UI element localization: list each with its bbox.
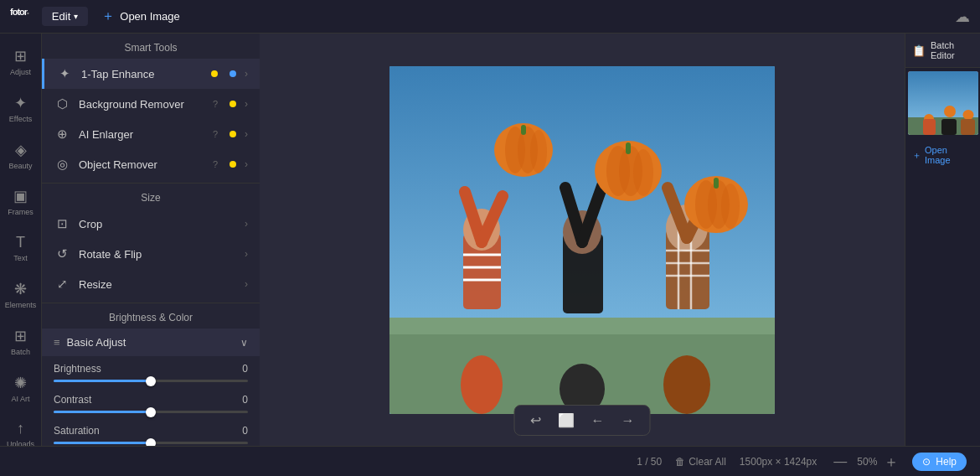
tool-object-remover[interactable]: ◎ Object Remover ? › [42,149,260,179]
tool-rotate-flip[interactable]: ↺ Rotate & Flip › [42,239,260,269]
brightness-slider-row: Brightness 0 [54,363,248,382]
bottom-toolbar: ↩ ⬜ ← → [514,405,651,436]
chevron-right-icon-enhance: › [245,68,248,80]
svg-point-35 [633,149,653,196]
zoom-in-button[interactable]: ＋ [884,452,899,472]
sidebar-item-batch[interactable]: ⊞ Batch [3,320,39,364]
saturation-thumb[interactable] [146,438,156,447]
ai-art-icon: ✺ [14,374,27,392]
undo-button[interactable]: ↩ [524,409,548,432]
tool-badge-ai [230,131,236,137]
frame-button[interactable]: ⬜ [551,409,581,432]
help-button[interactable]: ⊙ Help [912,453,967,471]
svg-point-4 [461,355,503,414]
rotate-icon: ↺ [54,246,70,261]
tool-crop[interactable]: ⊡ Crop › [42,209,260,239]
brightness-thumb[interactable] [146,376,156,386]
saturation-fill [54,442,151,444]
sidebar-item-ai-art[interactable]: ✺ AI Art [3,367,39,411]
text-icon: T [16,234,25,251]
batch-editor-icon: 📋 [912,44,926,57]
chevron-right-icon-crop: › [245,218,248,230]
enhance-icon: ✦ [56,66,73,81]
tool-background-remover[interactable]: ⬡ Background Remover ? › [42,89,260,119]
smart-tools-header: Smart Tools [42,34,260,59]
chevron-right-icon-rotate: › [245,248,248,260]
prev-button[interactable]: ← [585,410,611,432]
plus-icon: ＋ [101,8,115,25]
photo-svg [389,66,775,414]
sidebar-item-adjust[interactable]: ⊞ Adjust [3,40,39,84]
adjust-lines-icon: ≡ [54,336,60,349]
svg-point-46 [962,110,973,120]
status-bar: 1 / 50 🗑 Clear All 1500px × 1424px — 50%… [0,446,980,476]
svg-rect-3 [389,318,775,334]
uploads-icon: ↑ [17,420,24,437]
help-icon-ai: ? [213,129,218,139]
edit-button[interactable]: Edit ▾ [42,7,88,26]
sidebar-item-elements[interactable]: ❋ Elements [3,273,39,317]
sliders-section: Brightness 0 Contrast 0 [42,356,260,446]
tools-panel: Smart Tools ✦ 1-Tap Enhance › ⬡ Backgrou… [42,34,260,446]
contrast-slider[interactable] [54,411,248,413]
resize-icon: ⤢ [54,277,70,292]
ai-enlarger-icon: ⊕ [54,127,70,142]
effects-icon: ✦ [14,94,27,112]
svg-rect-41 [714,178,719,189]
brightness-slider[interactable] [54,380,248,382]
svg-rect-31 [521,125,526,135]
batch-thumbnail [908,71,978,135]
contrast-thumb[interactable] [146,407,156,417]
svg-point-30 [530,130,547,173]
batch-editor-header[interactable]: 📋 Batch Editor [905,34,980,68]
image-dimensions: 1500px × 1424px [740,456,817,468]
plus-icon-right: ＋ [912,149,921,162]
tool-badge-bg [230,101,236,107]
canvas-image [389,66,775,414]
chevron-right-icon-ai: › [245,128,248,140]
clear-all-button[interactable]: 🗑 Clear All [675,456,726,468]
bg-remover-icon: ⬡ [54,96,70,111]
canvas-area: ↩ ⬜ ← → › [260,34,905,446]
chevron-right-icon-resize: › [245,278,248,290]
tool-ai-enlarger[interactable]: ⊕ AI Enlarger ? › [42,119,260,149]
help-icon-bg: ? [213,99,218,109]
zoom-value: 50% [857,456,877,468]
object-remover-icon: ◎ [54,157,70,172]
saturation-slider[interactable] [54,442,248,444]
svg-point-13 [663,355,710,414]
basic-adjust-label: ≡ Basic Adjust [54,336,126,349]
tool-1tap-enhance[interactable]: ✦ 1-Tap Enhance › [42,59,260,89]
size-header: Size [42,183,260,209]
contrast-fill [54,411,151,413]
clear-icon: 🗑 [675,456,685,468]
batch-icon: ⊞ [14,327,27,345]
brightness-fill [54,380,151,382]
beauty-icon: ◈ [15,141,27,159]
svg-rect-49 [961,119,975,135]
zoom-out-button[interactable]: — [830,453,850,471]
tool-resize[interactable]: ⤢ Resize › [42,269,260,299]
svg-rect-48 [941,119,957,135]
svg-point-45 [944,106,956,117]
svg-point-40 [721,184,740,229]
elements-icon: ❋ [14,280,27,298]
chevron-right-icon-obj: › [245,158,248,170]
open-image-right-button[interactable]: ＋ Open Image [905,138,980,172]
sidebar-item-uploads[interactable]: ↑ Uploads [3,413,39,446]
crop-icon: ⊡ [54,216,70,231]
icon-sidebar: ⊞ Adjust ✦ Effects ◈ Beauty ▣ Frames T T… [0,34,42,446]
sidebar-item-beauty[interactable]: ◈ Beauty [3,134,39,178]
chevron-down-icon: ▾ [74,12,78,21]
frames-icon: ▣ [13,187,28,205]
saturation-slider-row: Saturation 0 [54,425,248,444]
sidebar-item-effects[interactable]: ✦ Effects [3,87,39,131]
right-panel: 📋 Batch Editor [905,34,980,446]
topbar: fotor• Edit ▾ ＋ Open Image ☁ [0,0,980,34]
basic-adjust-header[interactable]: ≡ Basic Adjust ∨ [42,329,260,356]
open-image-button[interactable]: ＋ Open Image [101,8,180,25]
sidebar-item-text[interactable]: T Text [3,227,39,270]
next-button[interactable]: → [615,410,642,432]
adjust-icon: ⊞ [14,47,27,65]
sidebar-item-frames[interactable]: ▣ Frames [3,180,39,224]
